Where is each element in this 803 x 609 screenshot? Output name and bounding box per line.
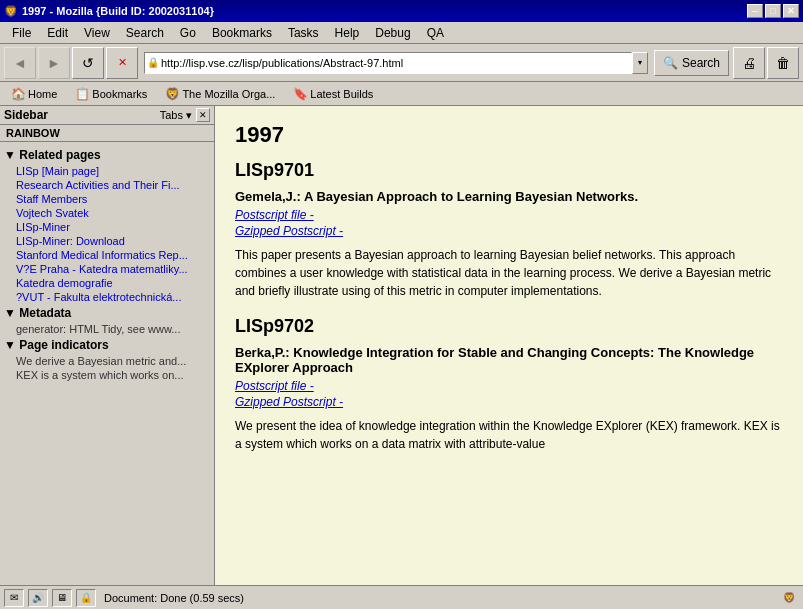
menu-item-edit[interactable]: Edit [39,24,76,42]
window-title: 1997 - Mozilla {Build ID: 2002031104} [18,5,747,17]
search-button[interactable]: 🔍 Search [654,50,729,76]
toolbar: ◄ ► ↺ ✕ 🔒 ▾ 🔍 Search 🖨 🗑 [0,44,803,82]
sidebar-link[interactable]: ?VUT - Fakulta elektrotechnická... [0,290,214,304]
bookmark-icon: 🦁 [165,87,180,101]
print-button[interactable]: 🖨 [733,47,765,79]
forward-icon: ► [47,55,61,71]
menu-item-search[interactable]: Search [118,24,172,42]
app-icon: 🦁 [4,5,18,18]
reload-button[interactable]: ↺ [72,47,104,79]
stop-icon: ✕ [118,56,127,69]
url-bar: 🔒 ▾ [144,51,648,75]
url-input-wrapper: 🔒 [144,52,632,74]
status-text: Document: Done (0.59 secs) [100,592,775,604]
entry-2-title: Berka,P.: Knowledge Integration for Stab… [235,345,783,375]
url-icon: 🔒 [147,57,159,68]
menu-item-file[interactable]: File [4,24,39,42]
sidebar-controls: Tabs ▾ ✕ [160,108,210,122]
status-icon-3: 🖥 [52,589,72,607]
sidebar-header: Sidebar Tabs ▾ ✕ [0,106,214,125]
reload-icon: ↺ [82,55,94,71]
search-icon: 🔍 [663,56,678,70]
menu-item-bookmarks[interactable]: Bookmarks [204,24,280,42]
sidebar-link[interactable]: Staff Members [0,192,214,206]
menu-item-go[interactable]: Go [172,24,204,42]
forward-button[interactable]: ► [38,47,70,79]
sidebar-meta: generator: HTML Tidy, see www... [0,322,214,336]
sidebar-section[interactable]: ▼ Metadata [0,304,214,322]
entry-2-id: LISp9702 [235,316,783,337]
bookmark-item[interactable]: 📋Bookmarks [68,84,154,104]
bookmark-item[interactable]: 🔖Latest Builds [286,84,380,104]
back-button[interactable]: ◄ [4,47,36,79]
entry-1-link-1[interactable]: Postscript file - [235,208,783,222]
back-icon: ◄ [13,55,27,71]
sidebar-link[interactable]: Katedra demografie [0,276,214,290]
sidebar-link[interactable]: Stanford Medical Informatics Rep... [0,248,214,262]
sidebar-meta: We derive a Bayesian metric and... [0,354,214,368]
status-icon-1: ✉ [4,589,24,607]
sidebar-link[interactable]: Research Activities and Their Fi... [0,178,214,192]
bookmark-icon: 📋 [75,87,90,101]
window-controls: ─ □ ✕ [747,4,799,18]
entry-2-link-1[interactable]: Postscript file - [235,379,783,393]
entry-2-abstract: We present the idea of knowledge integra… [235,417,783,453]
trash-icon: 🗑 [776,55,790,71]
sidebar-content: ▼ Related pagesLISp [Main page]Research … [0,142,214,585]
sidebar-close-button[interactable]: ✕ [196,108,210,122]
sidebar-link[interactable]: LISp [Main page] [0,164,214,178]
bookmarks-bar: 🏠Home📋Bookmarks🦁The Mozilla Orga...🔖Late… [0,82,803,106]
sidebar-link[interactable]: LISp-Miner [0,220,214,234]
bookmark-label: Latest Builds [310,88,373,100]
bookmark-item[interactable]: 🏠Home [4,84,64,104]
page-year: 1997 [235,122,783,148]
status-icon-4: 🔒 [76,589,96,607]
menu-item-tasks[interactable]: Tasks [280,24,327,42]
bookmark-icon: 🏠 [11,87,26,101]
status-icon-2: 🔊 [28,589,48,607]
sidebar-section[interactable]: ▼ Page indicators [0,336,214,354]
sidebar-tabs-button[interactable]: Tabs ▾ [160,109,192,122]
menu-item-debug[interactable]: Debug [367,24,418,42]
bookmark-label: The Mozilla Orga... [182,88,275,100]
main-area: Sidebar Tabs ▾ ✕ RAINBOW ▼ Related pages… [0,106,803,585]
bookmark-label: Bookmarks [92,88,147,100]
stop-button[interactable]: ✕ [106,47,138,79]
menu-item-qa[interactable]: QA [419,24,452,42]
close-button[interactable]: ✕ [783,4,799,18]
url-input[interactable] [161,57,629,69]
sidebar-section[interactable]: ▼ Related pages [0,146,214,164]
menu-item-view[interactable]: View [76,24,118,42]
sidebar-link[interactable]: LISp-Miner: Download [0,234,214,248]
status-indicator: 🦁 [779,589,799,607]
bookmark-label: Home [28,88,57,100]
sidebar-meta: KEX is a system which works on... [0,368,214,382]
minimize-button[interactable]: ─ [747,4,763,18]
entry-1-title: Gemela,J.: A Bayesian Approach to Learni… [235,189,783,204]
entry-1-abstract: This paper presents a Bayesian approach … [235,246,783,300]
menu-bar: FileEditViewSearchGoBookmarksTasksHelpDe… [0,22,803,44]
sidebar-title: Sidebar [4,108,48,122]
entry-1-link-2[interactable]: Gzipped Postscript - [235,224,783,238]
sidebar-rainbow-label: RAINBOW [0,125,214,142]
sidebar-link[interactable]: V?E Praha - Katedra matematliky... [0,262,214,276]
url-dropdown-button[interactable]: ▾ [632,52,648,74]
entry-2-link-2[interactable]: Gzipped Postscript - [235,395,783,409]
trash-button[interactable]: 🗑 [767,47,799,79]
sidebar-link[interactable]: Vojtech Svatek [0,206,214,220]
bookmark-item[interactable]: 🦁The Mozilla Orga... [158,84,282,104]
title-bar: 🦁 1997 - Mozilla {Build ID: 2002031104} … [0,0,803,22]
search-button-label: Search [682,56,720,70]
bookmark-icon: 🔖 [293,87,308,101]
status-bar: ✉ 🔊 🖥 🔒 Document: Done (0.59 secs) 🦁 [0,585,803,609]
sidebar: Sidebar Tabs ▾ ✕ RAINBOW ▼ Related pages… [0,106,215,585]
menu-item-help[interactable]: Help [327,24,368,42]
entry-1-id: LISp9701 [235,160,783,181]
print-icon: 🖨 [742,55,756,71]
maximize-button[interactable]: □ [765,4,781,18]
page-content[interactable]: 1997 LISp9701 Gemela,J.: A Bayesian Appr… [215,106,803,585]
